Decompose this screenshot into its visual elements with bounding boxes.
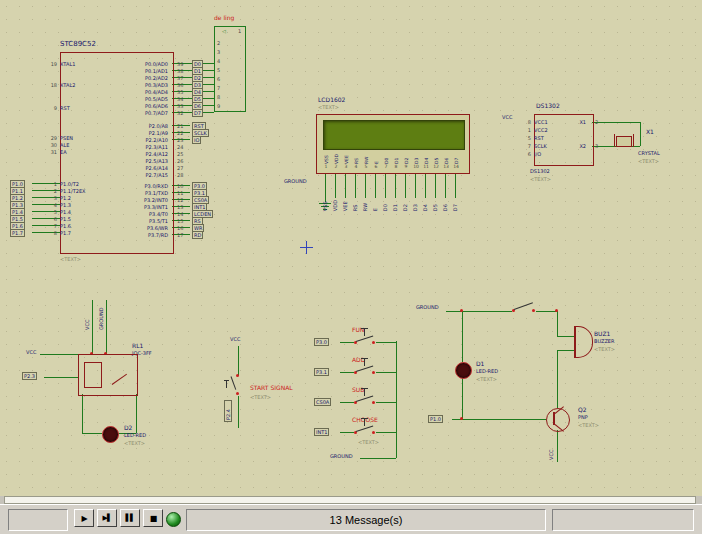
led-text: <TEXT>	[476, 376, 497, 382]
pin-number: 30	[46, 142, 60, 148]
pin-label: P2.4/A12	[76, 151, 172, 157]
start-top-net: VCC	[230, 336, 240, 342]
stop-icon: ■	[150, 514, 157, 523]
pin-number: 1	[325, 164, 328, 169]
pin-label: P0.1/AD1	[76, 68, 172, 74]
crystal-cap	[633, 134, 634, 147]
pin-number: 34	[172, 96, 188, 102]
pin-label: P0.0/AD0	[76, 61, 172, 67]
led-icon	[102, 426, 119, 443]
net-label: CS0A	[314, 398, 331, 406]
buzzer-buz1[interactable]: BUZ1 BUZZER <TEXT>	[556, 320, 656, 370]
pin-number: 5	[217, 67, 220, 73]
connector-arrow-icon: ◁	[222, 28, 226, 34]
net-label: RS	[352, 200, 358, 211]
crystal-value: CRYSTAL	[638, 150, 660, 156]
schematic-canvas[interactable]: STC89C52 19XTAL118XTAL2 9RST 29PSEN30ALE…	[0, 0, 702, 496]
pin-label: VCC2	[534, 127, 576, 133]
pin-number: 6	[520, 151, 534, 157]
step-button[interactable]: ▶▌	[97, 509, 117, 527]
pin-number: 35	[172, 89, 188, 95]
pin-number: 29	[46, 135, 60, 141]
pin-number: 13	[443, 164, 449, 169]
pin-number: 8	[395, 164, 398, 169]
switch-lever	[514, 302, 533, 310]
mcu-p3-pins: P3.0/RXD10P3.1/TXD11P3.2/INT012P3.3/INT1…	[76, 182, 188, 238]
status-message: 13 Message(s)	[330, 514, 403, 526]
transistor-emitter-net: VCC	[548, 440, 554, 460]
pin-label: D7	[454, 151, 459, 164]
horizontal-scrollbar[interactable]	[4, 496, 696, 504]
led-icon	[455, 362, 472, 379]
connector-deling[interactable]: de ling ◁ 1 23456789	[214, 26, 260, 116]
pin-number: 4	[355, 164, 358, 169]
crystal-symbol	[616, 136, 632, 147]
pin-number: 38	[172, 68, 188, 74]
key-row[interactable]: FUN P3.0	[314, 325, 434, 355]
pin-label: D4	[424, 151, 429, 164]
buzzer-ref: BUZ1	[594, 330, 610, 337]
p2-net-labels: RSTSCLKIO	[192, 122, 209, 143]
net-label: RW	[362, 200, 368, 211]
lcd-screen	[323, 120, 465, 150]
pin-number: 21	[172, 123, 188, 129]
stop-button[interactable]: ■	[143, 509, 163, 527]
info-icon[interactable]	[166, 512, 181, 527]
pause-icon: ▌▌	[126, 514, 135, 522]
switch-contact-dot	[532, 309, 535, 312]
pin-number: 2	[335, 164, 338, 169]
switch-actuator	[364, 329, 365, 336]
pin-label: P0.2/AD2	[76, 75, 172, 81]
pin-label: RW	[364, 151, 369, 164]
play-button[interactable]: ▶	[74, 509, 94, 527]
pin-number: 25	[172, 151, 188, 157]
pin-number: 24	[172, 144, 188, 150]
relay-rl1[interactable]: RL1 JQC-3FF	[70, 340, 210, 400]
connector-pins: 23456789	[217, 38, 220, 110]
pin-number: 4	[217, 58, 220, 64]
pin-label: D3	[414, 151, 419, 164]
relay-coil	[84, 362, 102, 388]
crystal-x1[interactable]: X1 CRYSTAL <TEXT>	[612, 126, 692, 170]
pin-label: D2	[404, 151, 409, 164]
wire	[376, 342, 396, 343]
pin-label: P0.3/AD3	[76, 82, 172, 88]
net-label: VSS	[322, 200, 328, 211]
lcd1602[interactable]: LCD1602 <TEXT> VSS1VDD2VEE3RS4RW5E6D07D1…	[316, 96, 486, 228]
wire	[340, 402, 354, 403]
switch-lever	[231, 376, 237, 389]
junction-dot	[460, 309, 463, 312]
key-row[interactable]: SUB CS0A	[314, 385, 434, 415]
wire	[536, 311, 557, 312]
keys: FUN P3.0 ADD P3.1	[314, 325, 434, 445]
pin-label: X2	[548, 143, 590, 149]
pin-label: P0.4/AD4	[76, 89, 172, 95]
wire	[376, 432, 396, 433]
pin-number: 6	[375, 164, 378, 169]
key-group[interactable]: FUN P3.0 ADD P3.1	[314, 325, 444, 465]
key-row[interactable]: ADD P3.1	[314, 355, 434, 385]
lcd-ground-label: GROUND	[284, 178, 307, 184]
pause-button[interactable]: ▌▌	[120, 509, 140, 527]
led-d2[interactable]: D2 LED-RED <TEXT>	[94, 420, 184, 470]
led-value: LED-RED	[476, 368, 498, 374]
wire	[446, 311, 512, 312]
mcu-stc89c52[interactable]: STC89C52 19XTAL118XTAL2 9RST 29PSEN30ALE…	[46, 40, 306, 272]
relay-coil-net: P2.3	[22, 372, 37, 380]
led-text: <TEXT>	[124, 440, 145, 446]
pin-number: 3	[46, 195, 60, 201]
pin-number: 14	[172, 211, 188, 217]
pin-number: 3	[217, 49, 220, 55]
ds1302-pin-x1: X1 2	[548, 118, 606, 125]
pin-label: P3.2/INT0	[76, 197, 172, 203]
pin-number: 2	[217, 40, 220, 46]
led-d1[interactable]: D1 LED-RED <TEXT>	[446, 352, 536, 402]
pin-number: 7	[385, 164, 388, 169]
pin-number: 11	[172, 190, 188, 196]
relay-vert-net-vcc: VCC	[84, 304, 90, 330]
p0-net-labels: D0D1D2D3D4D5D6D7	[192, 60, 203, 116]
relay-ref: RL1	[132, 342, 143, 349]
pin-number: 5	[46, 209, 60, 215]
net-label: D6	[442, 200, 448, 211]
start-side-net: P2.4	[224, 400, 232, 422]
